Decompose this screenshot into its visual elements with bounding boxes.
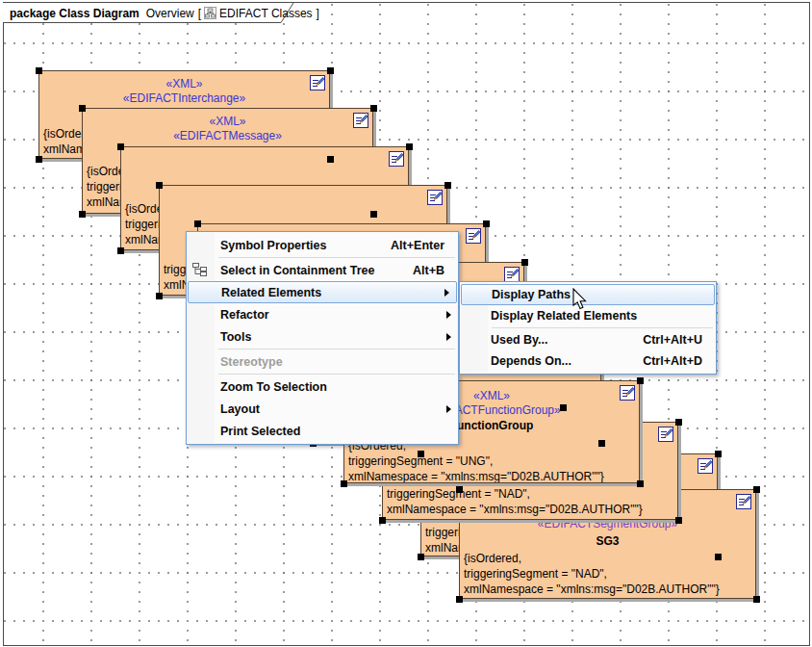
menu-item-print-selected[interactable]: Print Selected (187, 420, 458, 442)
menu-item-label: Refactor (220, 308, 269, 322)
selection-handle[interactable] (117, 247, 124, 254)
menu-item-label: Print Selected (220, 425, 300, 438)
diagram-canvas: package Class Diagram Overview [ EDIFACT… (0, 0, 812, 647)
menu-item-refactor[interactable]: Refactor (187, 303, 458, 325)
selection-handle[interactable] (79, 105, 86, 112)
menu-shortcut: Alt+Enter (368, 239, 444, 252)
selection-handle[interactable] (753, 486, 760, 493)
context-menu: Symbol PropertiesAlt+EnterSelect in Cont… (186, 231, 459, 445)
menu-item-label: Tools (220, 330, 251, 344)
menu-item-label: Select in Containment Tree (220, 264, 374, 277)
menu-item-stereotype[interactable]: Stereotype (187, 350, 458, 373)
selection-handle[interactable] (156, 182, 163, 189)
selection-handle[interactable] (598, 440, 605, 447)
selection-handle[interactable] (753, 596, 760, 603)
menu-item-tools[interactable]: Tools (187, 325, 458, 348)
selection-handle[interactable] (456, 596, 463, 603)
menu-item-depends-on[interactable]: Depends On...Ctrl+Alt+D (460, 350, 716, 372)
menu-item-select-in-containment-tree[interactable]: Select in Containment TreeAlt+B (187, 259, 458, 281)
selection-handle[interactable] (560, 404, 567, 411)
selection-handle[interactable] (675, 517, 682, 524)
menu-shortcut: Ctrl+Alt+D (620, 354, 702, 368)
menu-item-label: Used By... (491, 333, 548, 347)
selection-handle[interactable] (675, 419, 682, 426)
selection-handle[interactable] (444, 182, 451, 189)
tab-package-label: package Class Diagram (10, 7, 140, 20)
menu-separator (218, 349, 455, 349)
selection-handle[interactable] (637, 480, 644, 487)
menu-item-label: Display Paths (492, 288, 571, 301)
menu-item-layout[interactable]: Layout (187, 398, 458, 420)
menu-separator (218, 374, 455, 375)
menu-item-symbol-properties[interactable]: Symbol PropertiesAlt+Enter (187, 234, 458, 256)
menu-item-label: Related Elements (221, 286, 321, 299)
selection-handle[interactable] (117, 143, 124, 150)
menu-item-label: Stereotype (220, 355, 283, 369)
selection-handle[interactable] (194, 220, 201, 227)
diagram-tab-header: package Class Diagram Overview [ EDIFACT… (10, 6, 319, 20)
selection-handle[interactable] (79, 211, 86, 218)
submenu-arrow-icon (444, 289, 449, 297)
tab-diagram-name: EDIFACT Classes (219, 7, 312, 20)
tab-view-label: Overview (146, 7, 194, 20)
menu-shortcut: Ctrl+Alt+U (620, 333, 702, 347)
menu-item-zoom-to-selection[interactable]: Zoom To Selection (187, 375, 458, 398)
menu-separator (218, 257, 455, 258)
tab-open-bracket: [ (198, 7, 201, 20)
menu-item-label: Display Related Elements (491, 309, 637, 323)
menu-item-label: Zoom To Selection (220, 380, 327, 394)
selection-handle[interactable] (36, 156, 42, 163)
menu-item-label: Symbol Properties (220, 239, 326, 252)
tab-close-bracket: ] (317, 7, 319, 20)
mouse-cursor (572, 288, 592, 317)
selection-handle[interactable] (715, 554, 722, 560)
menu-item-label: Depends On... (491, 354, 571, 368)
selection-handle[interactable] (370, 211, 377, 218)
menu-item-label: Layout (220, 402, 260, 416)
selection-handle[interactable] (715, 451, 722, 457)
menu-shortcut: Alt+B (390, 264, 444, 277)
menu-separator (492, 327, 713, 328)
selection-handle[interactable] (327, 67, 334, 74)
selection-handle[interactable] (156, 293, 163, 299)
selection-handle[interactable] (521, 259, 528, 266)
selection-handle[interactable] (36, 67, 42, 74)
selection-handle[interactable] (341, 480, 347, 487)
selection-handle[interactable] (370, 105, 377, 112)
selection-handle[interactable] (483, 220, 490, 227)
containment-tree-icon (192, 263, 207, 279)
selection-handle[interactable] (418, 451, 424, 457)
submenu-arrow-icon (446, 405, 451, 413)
menu-item-related-elements[interactable]: Related Elements (188, 281, 457, 303)
menu-item-used-by[interactable]: Used By...Ctrl+Alt+U (460, 329, 716, 350)
class-diagram-icon (204, 7, 216, 19)
selection-handle[interactable] (637, 377, 644, 384)
selection-handle[interactable] (327, 156, 334, 163)
submenu-arrow-icon (446, 311, 451, 319)
selection-handle[interactable] (406, 143, 413, 150)
selection-handle[interactable] (456, 486, 463, 493)
selection-handle[interactable] (418, 554, 424, 560)
selection-handle[interactable] (379, 517, 386, 524)
submenu-arrow-icon (446, 333, 451, 341)
